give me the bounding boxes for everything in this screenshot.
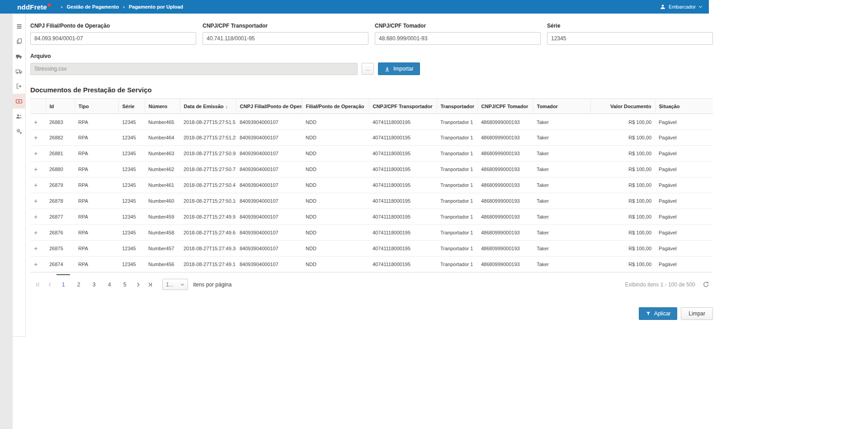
cell-cnpjFilial: 84093904000107 [236,177,302,193]
cell-cnpjTransportador: 40741118000195 [369,146,437,162]
column-header[interactable]: Filial/Ponto de Operação [302,99,369,114]
import-download-icon [384,66,390,72]
cell-emissao: 2018-08-27T15:27:50.477 [180,177,236,193]
clear-button[interactable]: Limpar [681,307,713,320]
cell-valor: R$ 100,00 [590,193,655,209]
cell-transportador: Tranportador 1 [437,177,477,193]
cell-cnpjTransportador: 40741118000195 [369,162,437,177]
sidebar-item-settings[interactable] [13,124,26,138]
arquivo-input[interactable] [30,63,358,75]
cell-tipo: RPA [75,241,118,257]
column-header[interactable]: CNPJ Filial/Ponto de Operaç... [236,99,302,114]
cell-tomador: Taker [533,146,590,162]
cell-cnpjTransportador: 40741118000195 [369,177,437,193]
apply-button[interactable]: Aplicar [639,307,678,320]
column-header[interactable]: CNPJ/CPF Tomador [477,99,533,114]
cell-cnpjFilial: 84093904000107 [236,209,302,225]
expand-row-button[interactable]: + [34,229,38,236]
chevron-right-icon [135,281,142,288]
expand-row-button[interactable]: + [34,261,38,268]
page-size-value: 1... [166,281,174,288]
sidebar-item-documents[interactable] [13,34,26,49]
column-header[interactable]: Série [118,99,145,114]
cell-emissao: 2018-08-27T15:27:51.517 [180,114,236,130]
cell-cnpjFilial: 84093904000107 [236,162,302,177]
cell-numero: Number458 [145,225,180,241]
column-header[interactable]: CNPJ/CPF Transportador [369,99,437,114]
sidebar-item-truck[interactable] [13,49,26,64]
page-button-2[interactable]: 2 [73,280,85,290]
page-button-5[interactable]: 5 [119,280,131,290]
cell-transportador: Tranportador 1 [437,162,477,177]
sidebar-menu-toggle[interactable] [13,19,26,34]
cell-filial: NDD [302,257,369,272]
cell-id: 26879 [46,177,75,193]
cell-tipo: RPA [75,193,118,209]
page-button-3[interactable]: 3 [88,280,100,290]
expand-row-button[interactable]: + [34,150,38,157]
table-row: +26881RPA12345Number4632018-08-27T15:27:… [30,146,713,162]
expand-row-button[interactable]: + [34,119,38,126]
import-button[interactable]: Importar [378,62,420,75]
column-header[interactable]: Situação [655,99,713,114]
filter-funnel-icon [646,311,651,316]
serie-input[interactable] [547,32,713,45]
cell-situacao: Pagável [655,146,713,162]
refresh-button[interactable] [703,281,709,288]
app-logo[interactable]: nddFrete [17,3,51,11]
pager-first-button[interactable] [32,280,44,290]
cell-id: 26882 [46,130,75,146]
cell-tomador: Taker [533,114,590,130]
page-button-4[interactable]: 4 [104,280,115,290]
pager-next-button[interactable] [132,280,144,290]
cell-emissao: 2018-08-27T15:27:50.727 [180,162,236,177]
cnpj-tomador-input[interactable] [375,32,541,45]
sidebar-item-users[interactable] [13,109,26,124]
column-header[interactable]: Transportador [437,99,477,114]
cell-cnpjTransportador: 40741118000195 [369,241,437,257]
footer-actions: Aplicar Limpar [30,307,713,331]
column-header[interactable]: Valor Documento [590,99,655,114]
table-row: +26878RPA12345Number4602018-08-27T15:27:… [30,193,713,209]
page-button-1[interactable]: 1 [57,280,69,290]
cell-serie: 12345 [118,241,145,257]
sidebar-item-payments[interactable] [13,94,26,109]
cell-emissao: 2018-08-27T15:27:49.1 [180,257,236,272]
cell-situacao: Pagável [655,114,713,130]
cell-id: 26883 [46,114,75,130]
user-menu[interactable]: Embarcador [660,4,704,10]
browse-file-button[interactable]: ... [362,63,374,75]
page-size-select[interactable]: 1... [162,279,188,290]
column-header[interactable]: Tomador [533,99,590,114]
breadcrumb-item-gestao[interactable]: Gestão de Pagamento [57,4,119,10]
expand-row-button[interactable]: + [34,245,38,252]
cell-cnpjFilial: 84093904000107 [236,257,302,272]
cnpj-transportador-input[interactable] [203,32,368,45]
column-header[interactable]: Número [145,99,180,114]
expand-row-button[interactable]: + [34,166,38,173]
column-header[interactable]: Data de Emissão↓ [180,99,236,114]
cell-tipo: RPA [75,162,118,177]
cell-tipo: RPA [75,225,118,241]
pager-last-button[interactable] [144,280,156,290]
expand-row-button[interactable]: + [34,213,38,220]
column-header[interactable]: Id [46,99,75,114]
serie-label: Série [547,23,713,29]
cell-id: 26874 [46,257,75,272]
pager-prev-button[interactable] [44,280,56,290]
cell-transportador: Tranportador 1 [437,130,477,146]
cell-tomador: Taker [533,257,590,272]
expand-row-button[interactable]: + [34,197,38,205]
sidebar-item-signout[interactable] [13,79,26,94]
sidebar-item-delivery[interactable] [13,64,26,79]
expand-row-button[interactable]: + [34,134,38,141]
expand-row-button[interactable]: + [34,181,38,189]
column-header[interactable]: Tipo [75,99,118,114]
cell-cnpjTomador: 48680999000193 [477,162,533,177]
cnpj-filial-input[interactable] [30,32,196,45]
cell-valor: R$ 100,00 [590,241,655,257]
items-per-page-label: itens por página [193,281,231,288]
cell-serie: 12345 [118,130,145,146]
cell-valor: R$ 100,00 [590,225,655,241]
cell-transportador: Tranportador 1 [437,241,477,257]
